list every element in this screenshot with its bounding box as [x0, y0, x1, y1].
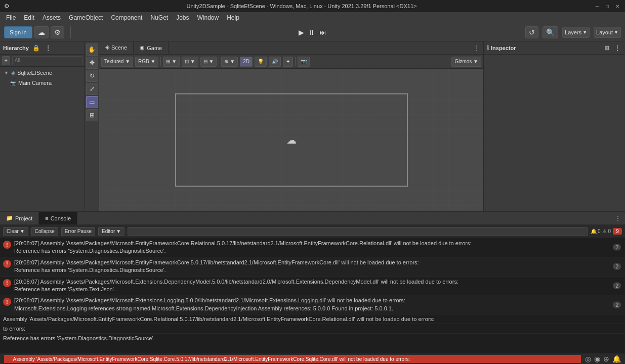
console-tab[interactable]: ≡ Console	[39, 212, 77, 224]
console-tab-icon: ≡	[45, 215, 48, 221]
menu-item-help[interactable]: Help	[223, 13, 243, 22]
cloud-button[interactable]: ☁	[34, 26, 49, 38]
move-tool-button[interactable]: ✥	[86, 57, 98, 69]
render-mode-button[interactable]: RGB ▼	[135, 57, 158, 67]
scene-toolbar-sep-2	[219, 57, 219, 66]
menu-item-assets[interactable]: Assets	[38, 13, 65, 22]
error-count-badge: 9	[613, 228, 622, 235]
expand-arrow-scene: ▼	[4, 70, 9, 75]
hierarchy-search-input[interactable]	[12, 56, 82, 65]
console-msg-1: [20:08:07] Assembly 'Assets/Packages/Mic…	[14, 259, 622, 275]
scene-panel: ◈ Scene ◉ Game ⋮ Textured ▼ RGB ▼ ⊞ ▼ ⊡ …	[99, 41, 483, 211]
status-error-text: Assembly 'Assets/Packages/Microsoft.Enti…	[13, 356, 410, 362]
menu-item-gameobject[interactable]: GameObject	[65, 13, 107, 22]
warning-icon: ⚠	[602, 229, 607, 234]
pause-button[interactable]: ⏸	[308, 28, 315, 36]
main-area: Hierarchy 🔒 ⋮ + ▼ ◈ SqliteEfScene 📷 Main…	[0, 41, 625, 211]
menu-item-jobs[interactable]: Jobs	[172, 13, 193, 22]
hand-tool-button[interactable]: ✋	[86, 43, 98, 56]
scene-tab-more[interactable]: ⋮	[469, 42, 483, 54]
gizmos-button[interactable]: Gizmos ▼	[451, 57, 481, 67]
camera-icon: 📷	[10, 80, 16, 86]
audio-button[interactable]: 🔊	[269, 57, 281, 67]
grid-button[interactable]: ⊞ ▼	[163, 57, 180, 67]
fx-button[interactable]: ✦	[283, 57, 293, 67]
window-controls: ─ □ ✕	[594, 3, 621, 10]
close-button[interactable]: ✕	[614, 3, 621, 10]
sign-in-button[interactable]: Sign in	[4, 26, 32, 38]
console-search-input[interactable]	[128, 227, 588, 236]
undo-button[interactable]: ↺	[525, 26, 538, 38]
layers-dropdown[interactable]: Layers ▼	[562, 27, 590, 38]
rotate-tool-button[interactable]: ↻	[86, 70, 98, 82]
camera-center-icon: ☁	[286, 134, 297, 146]
inspector-more-button[interactable]: ⋮	[613, 44, 622, 52]
info-count-badge: 🔔 0	[591, 229, 601, 234]
menu-item-component[interactable]: Component	[107, 13, 146, 22]
editor-button[interactable]: Editor ▼	[98, 227, 124, 236]
menu-item-edit[interactable]: Edit	[20, 13, 38, 22]
search-button[interactable]: 🔍	[543, 26, 558, 38]
camera-preview-button[interactable]: 📷	[298, 57, 310, 67]
scene-label: SqliteEfScene	[17, 70, 52, 76]
status-bar: ! Assembly 'Assets/Packages/Microsoft.En…	[0, 353, 625, 364]
status-error-icon: !	[8, 355, 10, 362]
2d-button[interactable]: 2D	[240, 57, 253, 67]
menu-item-file[interactable]: File	[2, 13, 20, 22]
clear-button[interactable]: Clear ▼	[3, 227, 28, 236]
console-row-1[interactable]: ! [20:08:07] Assembly 'Assets/Packages/M…	[0, 257, 625, 277]
rect-tool-button[interactable]: ▭	[86, 96, 98, 108]
scale-tool-button[interactable]: ⤢	[86, 83, 98, 95]
hierarchy-lock-button[interactable]: 🔒	[31, 44, 41, 52]
project-tab[interactable]: 📁 Project	[0, 212, 39, 224]
scene-tab-label: Scene	[111, 44, 127, 51]
console-row-2[interactable]: ! [20:08:07] Assembly 'Assets/Packages/M…	[0, 277, 625, 296]
toolbar-right: ▶ ⏸ ⏭ ↺ 🔍 Layers ▼ Layout ▼	[525, 26, 621, 38]
account-group: Sign in ☁ ⚙	[4, 26, 64, 38]
error-count: 9	[613, 228, 622, 235]
info-count: 0	[598, 229, 601, 234]
play-button[interactable]: ▶	[299, 28, 304, 36]
layout-dropdown[interactable]: Layout ▼	[594, 27, 621, 38]
transform-tool-button[interactable]: ⊞	[86, 109, 98, 121]
error-pause-button[interactable]: Error Pause	[61, 227, 95, 236]
step-button[interactable]: ⏭	[319, 28, 326, 36]
hierarchy-item-scene[interactable]: ▼ ◈ SqliteEfScene	[0, 68, 85, 78]
persp-button[interactable]: ⊕ ▼	[221, 57, 238, 67]
scene-viewport[interactable]: ☁	[99, 69, 483, 211]
camera-label: Main Camera	[18, 80, 52, 86]
title-bar: ⚙ Unity2DSample - SqliteEfScene - Window…	[0, 0, 625, 12]
scene-icon: ◈	[11, 70, 15, 76]
hierarchy-item-maincamera[interactable]: 📷 Main Camera	[0, 78, 85, 88]
scene-tab[interactable]: ◈ Scene	[99, 41, 134, 54]
maximize-button[interactable]: □	[604, 3, 611, 10]
inspector-dock-button[interactable]: ⊞	[603, 44, 611, 52]
game-tab-icon: ◉	[140, 44, 145, 51]
bottom-tab-more[interactable]: ⋮	[611, 213, 625, 224]
game-tab[interactable]: ◉ Game	[134, 41, 169, 54]
menu-item-window[interactable]: Window	[193, 13, 223, 22]
console-count-2: 2	[613, 282, 621, 289]
toolbar-separator-1	[70, 26, 71, 38]
menu-bar: FileEditAssetsGameObjectComponentNuGetJo…	[0, 12, 625, 23]
light-button[interactable]: 💡	[255, 57, 267, 67]
status-icon-4[interactable]: 🔔	[612, 355, 621, 363]
project-tab-label: Project	[15, 215, 32, 221]
snap-button[interactable]: ⊡ ▼	[182, 57, 198, 67]
settings-button[interactable]: ⚙	[51, 26, 64, 38]
menu-item-nuget[interactable]: NuGet	[146, 13, 172, 22]
snap-settings-button[interactable]: ⊟ ▼	[200, 57, 217, 67]
minimize-button[interactable]: ─	[594, 3, 601, 10]
view-mode-button[interactable]: Textured ▼	[101, 57, 133, 67]
status-icon-2[interactable]: ◉	[594, 355, 600, 363]
status-icon-1[interactable]: ◎	[585, 355, 591, 363]
status-icon-3[interactable]: ⊕	[603, 355, 609, 363]
console-row-3[interactable]: ! [20:08:07] Assembly 'Assets/Packages/M…	[0, 295, 625, 314]
console-row-0[interactable]: ! [20:08:07] Assembly 'Assets/Packages/M…	[0, 238, 625, 257]
bottom-tab-bar: 📁 Project ≡ Console ⋮	[0, 212, 625, 225]
app-icon: ⚙	[4, 3, 10, 10]
hierarchy-add-button[interactable]: +	[2, 56, 10, 65]
console-toolbar: Clear ▼ Collapse Error Pause Editor ▼ 🔔 …	[0, 225, 625, 238]
hierarchy-more-button[interactable]: ⋮	[44, 44, 53, 52]
collapse-button[interactable]: Collapse	[31, 227, 58, 236]
